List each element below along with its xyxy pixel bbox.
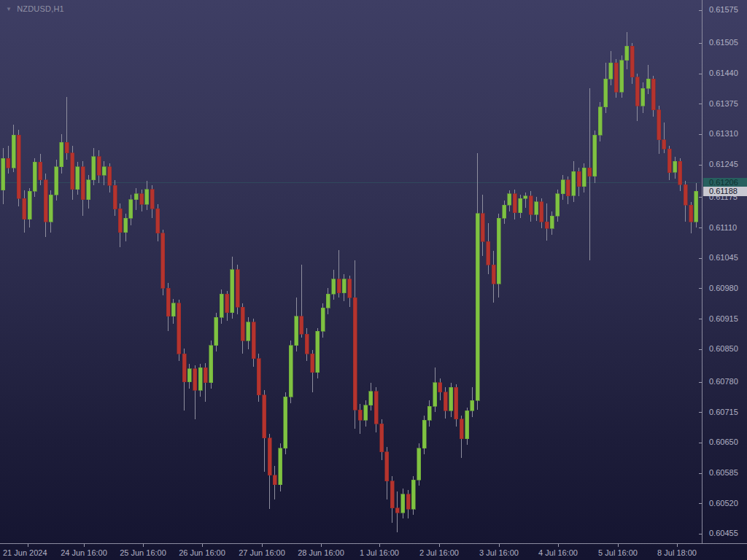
price-tick-label: 0.61110: [709, 223, 737, 233]
price-axis[interactable]: 0.61206 0.61188 0.615750.615050.614400.6…: [702, 0, 747, 543]
time-tick: [439, 544, 440, 547]
time-tick: [84, 544, 85, 547]
price-tick: [699, 503, 702, 504]
price-tick-label: 0.61505: [709, 38, 738, 47]
time-tick-label: 21 Jun 2024: [3, 548, 47, 557]
price-tick: [699, 382, 702, 383]
price-tick: [699, 319, 702, 319]
chevron-down-icon: ▼: [6, 5, 12, 13]
price-tick: [699, 197, 702, 198]
price-tick-label: 0.60455: [709, 529, 738, 538]
time-tick-label: 8 Jul 18:00: [657, 548, 697, 557]
time-tick-label: 3 Jul 16:00: [479, 548, 519, 557]
price-tick: [699, 165, 702, 166]
time-tick: [202, 544, 203, 547]
time-tick: [262, 544, 263, 547]
chart-plot-area[interactable]: ▼ NZDUSD,H1: [0, 0, 700, 543]
bid-price-badge: 0.61188: [703, 187, 747, 196]
time-tick: [321, 544, 322, 547]
price-tick: [699, 43, 702, 44]
price-tick-label: 0.60780: [709, 377, 738, 386]
price-tick: [699, 258, 702, 259]
time-tick: [379, 544, 380, 547]
time-tick-label: 24 Jun 16:00: [61, 548, 107, 557]
chart-window: ▼ NZDUSD,H1 0.61206 0.61188 0.615750.615…: [0, 0, 747, 560]
price-tick: [699, 134, 702, 135]
time-tick-label: 26 Jun 16:00: [179, 548, 225, 557]
price-tick-label: 0.60980: [709, 284, 738, 293]
price-tick: [699, 10, 702, 11]
time-tick-label: 1 Jul 16:00: [360, 548, 399, 557]
price-tick-label: 0.61245: [709, 160, 738, 169]
symbol-period-text: NZDUSD,H1: [17, 4, 64, 13]
time-tick: [143, 544, 144, 547]
time-tick: [618, 544, 619, 547]
price-tick-label: 0.60715: [709, 408, 738, 417]
price-tick: [699, 443, 702, 443]
candles-svg: [0, 0, 700, 543]
price-tick: [699, 228, 702, 228]
time-tick-label: 5 Jul 16:00: [598, 548, 638, 557]
price-tick-label: 0.61440: [709, 69, 738, 78]
time-tick-label: 2 Jul 16:00: [419, 548, 459, 557]
price-tick-label: 0.61310: [709, 129, 738, 139]
time-tick: [677, 544, 678, 547]
price-tick: [699, 288, 702, 289]
price-tick-label: 0.60520: [709, 499, 738, 508]
time-tick-label: 4 Jul 16:00: [538, 548, 578, 557]
price-tick-label: 0.60650: [709, 438, 738, 447]
time-axis[interactable]: 21 Jun 202424 Jun 16:0025 Jun 16:0026 Ju…: [0, 543, 747, 560]
price-tick-label: 0.61375: [709, 99, 738, 109]
price-tick: [699, 412, 702, 413]
price-tick: [699, 473, 702, 474]
price-tick: [699, 104, 702, 104]
time-tick-label: 27 Jun 16:00: [239, 548, 285, 557]
time-tick: [558, 544, 559, 547]
price-tick-label: 0.61575: [709, 5, 738, 15]
price-tick: [699, 349, 702, 350]
time-tick: [499, 544, 500, 547]
price-tick-label: 0.60915: [709, 314, 738, 324]
price-tick: [699, 74, 702, 74]
time-tick-label: 25 Jun 16:00: [120, 548, 166, 557]
price-tick-label: 0.61045: [709, 253, 738, 262]
price-tick-label: 0.60850: [709, 344, 738, 354]
time-tick-label: 28 Jun 16:00: [298, 548, 344, 557]
price-tick-label: 0.60585: [709, 468, 738, 478]
time-tick: [28, 544, 28, 547]
symbol-label: ▼ NZDUSD,H1: [6, 4, 64, 13]
price-tick: [699, 534, 702, 534]
